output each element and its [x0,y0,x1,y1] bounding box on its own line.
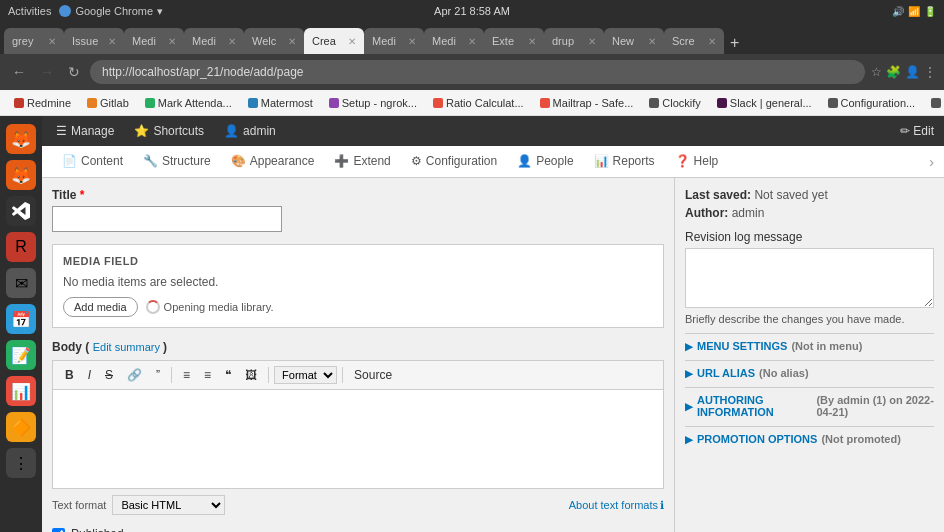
edit-summary-link[interactable]: Edit summary [93,341,163,353]
extensions-icon[interactable]: 🧩 [886,65,901,79]
app-icon-redmine[interactable]: R [6,232,36,262]
bookmark-icon[interactable]: ☆ [871,65,882,79]
tab-grey[interactable]: grey ✕ [4,28,64,54]
tab-exte[interactable]: Exte ✕ [484,28,544,54]
title-label: Title * [52,188,664,202]
tab-medi1[interactable]: Medi ✕ [124,28,184,54]
tab-extend[interactable]: ➕ Extend [324,148,400,176]
tab-close-grey[interactable]: ✕ [48,36,56,47]
text-format-select[interactable]: Basic HTML Restricted HTML Full HTML [112,495,225,515]
user-item[interactable]: 👤 admin [220,124,280,138]
app-icon-cal[interactable]: 📅 [6,304,36,334]
forward-button[interactable]: → [36,62,58,82]
manage-item[interactable]: ☰ Manage [52,124,118,138]
bookmark-views[interactable]: Views | Consta... [925,95,944,111]
tab-scre[interactable]: Scre ✕ [664,28,724,54]
collapse-tabs-btn[interactable]: › [929,154,934,170]
tab-medi2[interactable]: Medi ✕ [184,28,244,54]
tab-crea[interactable]: Crea ✕ [304,28,364,54]
ratio-icon [433,98,443,108]
new-tab-button[interactable]: + [724,32,745,54]
ol-button[interactable]: ≡ [198,365,217,385]
user-icon: 👤 [224,124,239,138]
info-icon: ℹ [660,499,664,512]
format-select[interactable]: Format [274,366,337,384]
add-media-button[interactable]: Add media [63,297,138,317]
editor-area[interactable] [52,389,664,489]
body-field: Body ( Edit summary ) B I S 🔗 ” ≡ ≡ [52,340,664,489]
tab-appearance[interactable]: 🎨 Appearance [221,148,325,176]
refresh-button[interactable]: ↻ [64,62,84,82]
title-input[interactable] [52,206,282,232]
bookmark-redmine[interactable]: Redmine [8,95,77,111]
url-alias-header[interactable]: ▶ URL ALIAS (No alias) [685,367,934,379]
toolbar-separator [171,367,172,383]
revision-log-textarea[interactable] [685,248,934,308]
edit-button[interactable]: ✏ Edit [900,124,934,138]
image-button[interactable]: 🖼 [239,365,263,385]
media-actions: Add media Opening media library. [63,297,653,317]
italic-button[interactable]: I [82,365,97,385]
address-icons: ☆ 🧩 👤 ⋮ [871,65,936,79]
bold-button[interactable]: B [59,365,80,385]
tab-medi3[interactable]: Medi ✕ [364,28,424,54]
bookmark-clockify[interactable]: Clockify [643,95,707,111]
bookmark-matermost[interactable]: Matermost [242,95,319,111]
tab-configuration[interactable]: ⚙ Configuration [401,148,507,176]
menu-settings-header[interactable]: ▶ MENU SETTINGS (Not in menu) [685,340,934,352]
app-icon-mail[interactable]: ✉ [6,268,36,298]
tab-welc[interactable]: Welc ✕ [244,28,304,54]
tab-structure[interactable]: 🔧 Structure [133,148,221,176]
bookmark-ratio[interactable]: Ratio Calculat... [427,95,530,111]
address-bar: ← → ↻ ☆ 🧩 👤 ⋮ [0,54,944,90]
activities-label[interactable]: Activities [8,5,51,17]
shortcuts-item[interactable]: ⭐ Shortcuts [130,124,208,138]
tab-reports[interactable]: 📊 Reports [584,148,665,176]
back-button[interactable]: ← [8,62,30,82]
blockquote-button[interactable]: ❝ [219,365,237,385]
about-text-formats-link[interactable]: About text formats ℹ [569,499,664,512]
app-icon-monitor[interactable]: 📊 [6,376,36,406]
tab-drup[interactable]: drup ✕ [544,28,604,54]
authoring-info-header[interactable]: ▶ AUTHORING INFORMATION (By admin (1) on… [685,394,934,418]
bookmark-gitlab[interactable]: Gitlab [81,95,135,111]
authoring-info-section: ▶ AUTHORING INFORMATION (By admin (1) on… [685,387,934,418]
app-icon-firefox[interactable]: 🦊 [6,124,36,154]
tab-bar: grey ✕ Issue ✕ Medi ✕ Medi ✕ Welc ✕ Crea… [0,22,944,54]
clockify-icon [649,98,659,108]
app-icon-orange[interactable]: 🔶 [6,412,36,442]
title-field: Title * [52,188,664,232]
app-icon-vscode[interactable] [6,196,36,226]
bookmark-configuration[interactable]: Configuration... [822,95,922,111]
pencil-icon: ✏ [900,124,910,138]
tab-new[interactable]: New ✕ [604,28,664,54]
profile-icon[interactable]: 👤 [905,65,920,79]
text-format-label: Text format [52,499,106,511]
published-checkbox[interactable] [52,528,65,533]
bookmark-mailtrap[interactable]: Mailtrap - Safe... [534,95,640,111]
promotion-options-header[interactable]: ▶ PROMOTION OPTIONS (Not promoted) [685,433,934,445]
tab-help[interactable]: ❓ Help [665,148,729,176]
matermost-icon [248,98,258,108]
ul-button[interactable]: ≡ [177,365,196,385]
bookmark-slack[interactable]: Slack | general... [711,95,818,111]
arrow-icon: ▶ [685,368,693,379]
bookmark-mark-attenda[interactable]: Mark Attenda... [139,95,238,111]
quote-button[interactable]: ” [150,365,166,385]
tab-content[interactable]: 📄 Content [52,148,133,176]
strikethrough-button[interactable]: S [99,365,119,385]
app-icon-apps[interactable]: ⋮ [6,448,36,478]
tab-people[interactable]: 👤 People [507,148,583,176]
tab-issue[interactable]: Issue ✕ [64,28,124,54]
menu-icon[interactable]: ⋮ [924,65,936,79]
app-icon-notes[interactable]: 📝 [6,340,36,370]
source-button[interactable]: Source [348,365,398,385]
bookmark-setup-ngrok[interactable]: Setup - ngrok... [323,95,423,111]
published-label[interactable]: Published [71,527,124,532]
tab-close-issue[interactable]: ✕ [108,36,116,47]
tab-medi4[interactable]: Medi ✕ [424,28,484,54]
app-icon-firefox2[interactable]: 🦊 [6,160,36,190]
link-button[interactable]: 🔗 [121,365,148,385]
arrow-icon: ▶ [685,434,693,445]
url-input[interactable] [90,60,865,84]
